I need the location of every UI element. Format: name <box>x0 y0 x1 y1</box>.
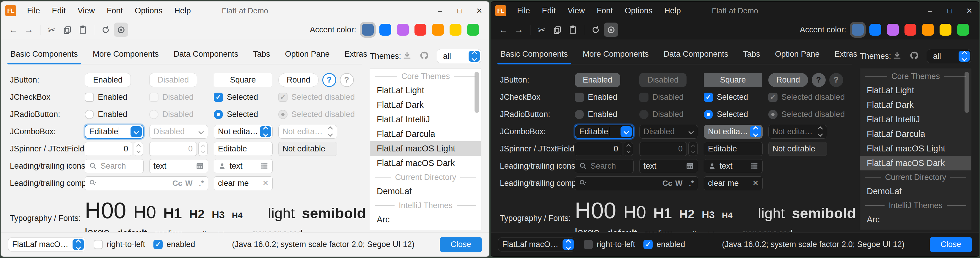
download-icon[interactable] <box>402 51 412 62</box>
theme-item-flatlaf-macos-light[interactable]: FlatLaf macOS Light <box>860 141 971 156</box>
checkbox-selected-disabled[interactable]: Selected disabled <box>768 93 827 102</box>
radio-disabled[interactable]: Disabled <box>149 110 208 119</box>
themes-filter-combobox[interactable]: all <box>927 49 971 63</box>
accent-swatch-2[interactable] <box>869 24 881 36</box>
theme-item-flatlaf-light[interactable]: FlatLaf Light <box>860 83 971 98</box>
minimize-button[interactable]: – <box>430 2 450 20</box>
theme-item-flatlaf-macos-dark[interactable]: FlatLaf macOS Dark <box>860 156 971 170</box>
accent-swatch-7[interactable] <box>957 24 969 36</box>
menu-edit[interactable]: Edit <box>536 2 562 20</box>
theme-item-flatlaf-darcula[interactable]: FlatLaf Darcula <box>860 127 971 141</box>
tab-option-pane[interactable]: Option Pane <box>284 49 330 64</box>
checkbox-selected[interactable]: Selected <box>704 93 763 102</box>
noneditable-combobox[interactable]: Not editable <box>704 125 763 139</box>
tab-extras[interactable]: Extras <box>344 49 368 64</box>
checkbox-disabled[interactable]: Disabled <box>639 93 698 102</box>
checkbox-disabled[interactable]: Disabled <box>149 93 208 102</box>
editable-combobox[interactable]: Editable <box>85 125 143 139</box>
search-with-options-field[interactable]: Cc W .* <box>575 176 698 190</box>
accent-swatch-1[interactable] <box>362 24 374 36</box>
theme-item-arc-orange[interactable]: Arc - Orange <box>370 227 481 230</box>
text-field-calendar[interactable]: text <box>639 159 698 173</box>
tab-basic-components[interactable]: Basic Components <box>500 49 568 64</box>
help-button-primary[interactable]: ? <box>322 73 336 87</box>
menu-help[interactable]: Help <box>658 2 687 20</box>
show-hidden-toggle-icon[interactable] <box>114 22 128 37</box>
maximize-button[interactable]: □ <box>940 2 959 20</box>
menu-options[interactable]: Options <box>129 2 168 20</box>
tab-data-components[interactable]: Data Components <box>663 49 729 64</box>
download-icon[interactable] <box>892 51 902 62</box>
calendar-icon[interactable] <box>196 162 204 170</box>
chevron-updown-icon[interactable] <box>469 51 480 62</box>
list-icon[interactable] <box>750 162 759 170</box>
radio-enabled[interactable]: Enabled <box>575 110 633 119</box>
checkbox-selected-disabled[interactable]: Selected disabled <box>278 93 337 102</box>
whole-word-button[interactable]: W <box>675 179 682 188</box>
chevron-updown-icon[interactable] <box>260 126 271 137</box>
accent-swatch-4[interactable] <box>414 24 426 36</box>
clear-icon[interactable]: ✕ <box>262 179 269 187</box>
spinner[interactable]: 0 <box>575 142 633 156</box>
spinner-updown-icon[interactable] <box>624 142 633 156</box>
list-icon[interactable] <box>260 162 269 170</box>
help-button-secondary[interactable]: ? <box>340 73 354 87</box>
enabled-button[interactable]: Enabled <box>575 73 620 87</box>
chevron-updown-icon[interactable] <box>959 51 970 62</box>
accent-swatch-1[interactable] <box>852 24 864 36</box>
match-case-button[interactable]: Cc <box>172 179 182 188</box>
close-button[interactable]: Close <box>440 237 482 252</box>
theme-item-flatlaf-intellij[interactable]: FlatLaf IntelliJ <box>860 112 971 127</box>
menu-file[interactable]: File <box>21 2 46 20</box>
round-button[interactable]: Round <box>768 73 808 87</box>
theme-item-arc-orange[interactable]: Arc - Orange <box>860 227 971 230</box>
clear-icon[interactable]: ✕ <box>752 179 759 187</box>
disabled-button[interactable]: Disabled <box>639 73 687 87</box>
theme-item-flatlaf-dark[interactable]: FlatLaf Dark <box>860 98 971 112</box>
accent-swatch-6[interactable] <box>940 24 951 36</box>
refresh-icon[interactable] <box>99 22 113 37</box>
bottom-theme-combo[interactable]: FlatLaf macOS D... <box>498 237 575 252</box>
menu-font[interactable]: Font <box>101 2 129 20</box>
menu-file[interactable]: File <box>511 2 536 20</box>
help-button-primary[interactable]: ? <box>812 73 826 87</box>
paste-icon[interactable] <box>76 22 90 37</box>
radio-selected[interactable]: Selected <box>214 110 273 119</box>
forward-icon[interactable]: → <box>22 22 36 37</box>
chevron-updown-icon[interactable] <box>73 239 84 250</box>
editable-combobox[interactable]: Editable <box>575 125 633 139</box>
checkbox-enabled[interactable]: Enabled <box>85 93 143 102</box>
close-window-button[interactable]: ✕ <box>959 2 979 20</box>
clearable-field[interactable]: clear me ✕ <box>704 176 763 190</box>
search-input[interactable] <box>590 161 626 171</box>
regex-button[interactable]: .* <box>689 179 694 188</box>
github-icon[interactable] <box>910 51 919 62</box>
radio-disabled[interactable]: Disabled <box>639 110 698 119</box>
chevron-updown-icon[interactable] <box>563 239 574 250</box>
whole-word-button[interactable]: W <box>185 179 192 188</box>
enabled-checkbox[interactable]: enabled <box>153 240 195 249</box>
tab-data-components[interactable]: Data Components <box>173 49 239 64</box>
tab-more-components[interactable]: More Components <box>582 49 649 64</box>
editable-textfield[interactable]: Editable <box>214 142 273 156</box>
checkbox-enabled[interactable]: Enabled <box>575 93 633 102</box>
show-hidden-toggle-icon[interactable] <box>604 22 618 37</box>
menu-view[interactable]: View <box>562 2 591 20</box>
themes-list[interactable]: Core ThemesFlatLaf LightFlatLaf DarkFlat… <box>860 68 971 230</box>
accent-swatch-4[interactable] <box>904 24 916 36</box>
menu-font[interactable]: Font <box>591 2 619 20</box>
tab-more-components[interactable]: More Components <box>92 49 159 64</box>
themes-filter-combobox[interactable]: all <box>437 49 481 63</box>
square-button[interactable]: Square <box>214 73 272 87</box>
accent-swatch-5[interactable] <box>922 24 934 36</box>
scrollbar-thumb[interactable] <box>964 72 969 113</box>
search-field[interactable] <box>575 159 633 173</box>
right-to-left-checkbox[interactable]: right-to-left <box>94 240 145 249</box>
forward-icon[interactable]: → <box>512 22 526 37</box>
square-button[interactable]: Square <box>704 73 762 87</box>
accent-swatch-7[interactable] <box>467 24 479 36</box>
search-dropdown-icon[interactable] <box>579 179 587 187</box>
menu-edit[interactable]: Edit <box>46 2 72 20</box>
noneditable-combobox[interactable]: Not editable <box>214 125 273 139</box>
theme-item-demolaf[interactable]: DemoLaf <box>370 184 481 199</box>
